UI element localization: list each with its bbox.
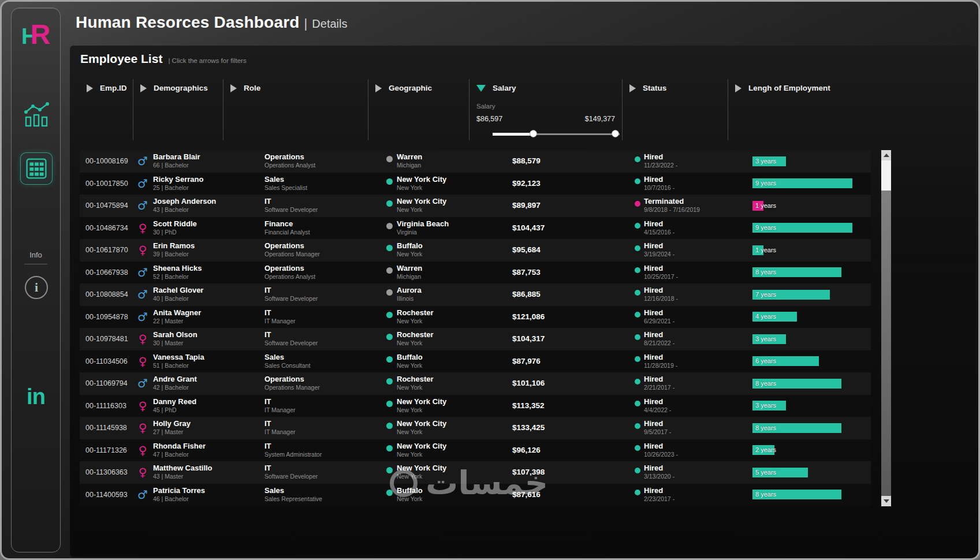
employee-row[interactable]: 00-11034506 ♀ Vanessa Tapia 51 | Bachelo…	[80, 350, 871, 373]
employee-state: New York	[397, 384, 434, 391]
slider-handle-max[interactable]	[612, 130, 619, 137]
employee-row[interactable]: 00-11171326 ♀ Rhonda Fisher 47 | Bachelo…	[80, 439, 871, 462]
status-dot-icon	[635, 379, 640, 384]
nav-charts-button[interactable]	[20, 99, 53, 132]
gender-icon: ♀	[135, 439, 150, 462]
filter-length-of-employment[interactable]: Lengh of Employment	[728, 79, 871, 140]
employee-city: New York City	[397, 175, 446, 184]
employee-status: Terminated	[644, 197, 700, 206]
employee-id: 00-10486734	[85, 217, 128, 240]
filter-role[interactable]: Role	[223, 79, 368, 140]
city-dot-icon	[386, 423, 393, 429]
geographic-cell: Buffalo New York	[397, 486, 423, 503]
linkedin-icon[interactable]: in	[12, 384, 60, 409]
gender-icon: ♀	[135, 417, 150, 439]
filter-bar: Emp.ID Demographics Role Geographic Sala…	[80, 79, 871, 140]
employee-age-education: 22 | Master	[153, 318, 201, 325]
filter-emp-id[interactable]: Emp.ID	[80, 79, 133, 140]
scroll-up-icon	[884, 154, 889, 157]
status-dot-icon	[635, 223, 640, 229]
tenure-bar: 8 years	[752, 379, 841, 389]
employee-row[interactable]: 00-11400593 ♂ Patricia Torres 46 | Bache…	[80, 484, 871, 506]
filter-arrow-expanded-icon[interactable]	[476, 85, 486, 92]
employee-salary: $95,684	[512, 239, 541, 262]
employee-row[interactable]: 00-10017850 ♂ Ricky Serrano 25 | Bachelo…	[80, 173, 871, 195]
filter-arrow-icon[interactable]	[87, 84, 93, 92]
filter-arrow-icon[interactable]	[735, 84, 741, 92]
salary-range-slider[interactable]	[493, 130, 620, 138]
scrollbar-down-button[interactable]	[881, 496, 891, 506]
status-dot-icon	[635, 356, 640, 362]
employee-status: Hired	[644, 219, 675, 229]
employee-department: IT	[264, 442, 322, 451]
employee-name: Patricia Torres	[153, 486, 205, 495]
employee-row[interactable]: 00-10978481 ♀ Sarah Olson 30 | Master IT…	[80, 328, 871, 350]
geographic-cell: New York City New York	[397, 442, 446, 458]
employee-dates: 9/8/2018 - 7/16/2019	[644, 206, 700, 214]
tenure-bar: 6 years	[752, 356, 819, 366]
employee-row[interactable]: 00-10954878 ♂ Anita Wagner 22 | Master I…	[80, 306, 871, 328]
filter-arrow-icon[interactable]	[140, 84, 147, 92]
table-scrollbar[interactable]	[881, 150, 891, 506]
tenure-label: 8 years	[755, 490, 776, 499]
role-cell: IT Software Developer	[264, 464, 318, 480]
employee-row[interactable]: 00-11116303 ♀ Danny Reed 45 | PhD IT IT …	[80, 395, 871, 417]
filter-salary[interactable]: Salary Salary $86,597 $149,377	[469, 79, 623, 140]
tenure-bar: 5 years	[752, 468, 808, 477]
employee-city: Rochester	[397, 330, 434, 339]
info-icon[interactable]: i	[25, 276, 48, 299]
city-dot-icon	[386, 467, 393, 473]
salary-min-value: $86,597	[476, 115, 502, 123]
sidebar: HR Info i in	[11, 8, 61, 552]
employee-department: IT	[264, 286, 318, 295]
geographic-cell: New York City New York	[397, 175, 446, 192]
gender-icon: ♂	[135, 306, 150, 328]
employee-row[interactable]: 00-10667938 ♂ Sheena Hicks 52 | Bachelor…	[80, 262, 871, 284]
employee-row[interactable]: 00-11306363 ♀ Matthew Castillo 43 | Mast…	[80, 461, 871, 484]
employee-state: Michigan	[397, 162, 422, 169]
tenure-bar-cell: 9 years	[752, 223, 859, 233]
tenure-bar-cell: 1 years	[752, 245, 859, 255]
role-cell: Operations Operations Analyst	[264, 264, 315, 281]
employee-row[interactable]: 00-11145938 ♀ Holly Gray 27 | Master IT …	[80, 417, 871, 439]
employee-name: Rhonda Fisher	[153, 442, 206, 451]
employee-name: Sarah Olson	[153, 330, 198, 339]
tenure-bar-cell: 3 years	[752, 401, 859, 410]
employee-row[interactable]: 00-10486734 ♀ Scott Riddle 30 | PhD Fina…	[80, 217, 871, 240]
employee-row[interactable]: 00-10475894 ♂ Joseph Anderson 43 | Bache…	[80, 195, 871, 217]
employee-row[interactable]: 00-11069794 ♂ Andre Grant 42 | Bachelor …	[80, 372, 871, 395]
filter-geographic[interactable]: Geographic	[368, 79, 469, 140]
employee-row[interactable]: 00-10617870 ♀ Erin Ramos 39 | Bachelor O…	[80, 239, 871, 262]
employee-row[interactable]: 00-10008169 ♂ Barbara Blair 66 | Bachelo…	[80, 150, 871, 173]
filter-status[interactable]: Status	[623, 79, 728, 140]
gender-icon: ♂	[135, 372, 150, 395]
scrollbar-thumb[interactable]	[881, 160, 891, 191]
filter-arrow-icon[interactable]	[375, 84, 382, 92]
nav-table-button[interactable]	[20, 152, 53, 185]
status-cell: Terminated 9/8/2018 - 7/16/2019	[644, 197, 700, 214]
employee-salary: $96,126	[512, 439, 541, 462]
employee-city: New York City	[397, 464, 446, 473]
employee-salary: $87,616	[512, 484, 541, 506]
employee-role: Financial Analyst	[264, 229, 310, 236]
status-dot-icon	[635, 201, 640, 207]
scrollbar-up-button[interactable]	[881, 150, 891, 160]
slider-handle-min[interactable]	[530, 130, 537, 137]
tenure-bar: 7 years	[752, 290, 830, 300]
tenure-bar-cell: 3 years	[752, 334, 859, 344]
name-cell: Patricia Torres 46 | Bachelor	[153, 486, 205, 503]
employee-id: 00-11116303	[85, 395, 126, 417]
employee-status: Hired	[644, 241, 675, 251]
employee-salary: $113,352	[512, 395, 545, 417]
tenure-label: 3 years	[755, 156, 776, 166]
filter-arrow-icon[interactable]	[629, 84, 636, 92]
city-dot-icon	[386, 334, 393, 340]
employee-salary: $87,976	[512, 350, 541, 373]
city-dot-icon	[386, 356, 393, 363]
gender-icon: ♀	[135, 395, 150, 417]
filter-arrow-icon[interactable]	[230, 84, 237, 92]
employee-row[interactable]: 00-10808854 ♂ Rachel Glover 40 | Bachelo…	[80, 283, 871, 306]
filter-demographics[interactable]: Demographics	[133, 79, 223, 140]
status-dot-icon	[635, 445, 640, 451]
tenure-label: 1 years	[755, 245, 776, 255]
